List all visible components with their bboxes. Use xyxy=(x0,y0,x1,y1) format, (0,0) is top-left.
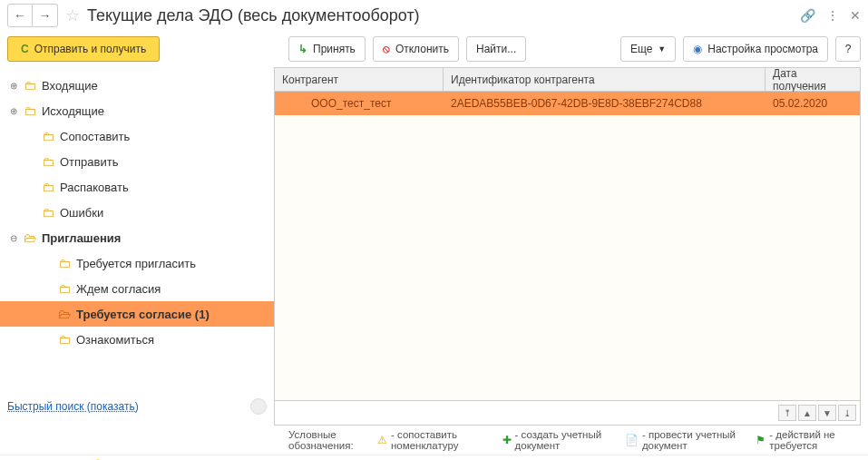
view-settings-label: Настройка просмотра xyxy=(707,43,818,55)
document-icon: 📄 xyxy=(625,434,639,446)
flag-icon: ⚑ xyxy=(756,434,766,446)
expand-icon[interactable]: ⊕ xyxy=(7,106,20,116)
folder-icon: 🗀 xyxy=(24,78,36,93)
refresh-icon: С xyxy=(21,43,29,55)
tree-item-outbox[interactable]: ⊕ 🗀 Исходящие xyxy=(0,98,274,123)
tree-item-unpack[interactable]: · 🗀 Распаковать xyxy=(0,174,274,200)
folder-icon: 🗀 xyxy=(24,103,36,118)
close-icon[interactable]: ✕ xyxy=(850,8,861,23)
tree-item-send[interactable]: · 🗀 Отправить xyxy=(0,149,274,174)
more-label: Еще xyxy=(630,43,652,55)
link-icon[interactable]: 🔗 xyxy=(800,8,815,23)
grid-up-button[interactable]: ▲ xyxy=(798,405,816,421)
grid-header: Контрагент Идентификатор контрагента Дат… xyxy=(275,68,860,92)
legend-doc: - провести учетный документ xyxy=(642,429,739,451)
column-identifier[interactable]: Идентификатор контрагента xyxy=(444,68,766,91)
settings-icon: ◉ xyxy=(693,43,702,55)
folder-open-icon: 🗁 xyxy=(24,230,36,245)
grid-down-button[interactable]: ▼ xyxy=(818,405,836,421)
folder-icon: 🗀 xyxy=(42,180,54,194)
collapse-icon[interactable]: ⊖ xyxy=(7,233,20,243)
grid: Контрагент Идентификатор контрагента Дат… xyxy=(274,67,861,426)
tree-item-need-consent[interactable]: · 🗁 Требуется согласие (1) xyxy=(0,301,274,327)
warning-icon: ⚠ xyxy=(377,434,387,446)
tree-item-compare[interactable]: · 🗀 Сопоставить xyxy=(0,123,274,149)
expand-icon[interactable]: ⊕ xyxy=(7,81,20,91)
reject-icon: ⦸ xyxy=(383,43,390,55)
folder-icon: 🗀 xyxy=(42,154,54,169)
cell-counterparty: ООО_тест_тест xyxy=(275,92,444,115)
chevron-down-icon: ▼ xyxy=(658,44,666,54)
tree-item-need-invite[interactable]: · 🗀 Требуется пригласить xyxy=(0,250,274,276)
grid-row[interactable]: ООО_тест_тест 2AEDAB55BEB-0D67-42DB-9E8D… xyxy=(275,92,860,115)
cell-date: 05.02.2020 xyxy=(766,92,860,115)
favorite-star-icon[interactable]: ☆ xyxy=(65,5,80,25)
sidebar: ⊕ 🗀 Входящие ⊕ 🗀 Исходящие · 🗀 Сопостави… xyxy=(0,67,274,426)
folder-icon: 🗀 xyxy=(42,205,54,220)
cell-identifier: 2AEDAB55BEB-0D67-42DB-9E8D-38EBF274CD88 xyxy=(444,92,766,115)
column-counterparty[interactable]: Контрагент xyxy=(275,68,444,91)
folder-icon: 🗀 xyxy=(42,129,54,143)
accept-button[interactable]: ↳ Принять xyxy=(288,36,366,62)
help-button[interactable]: ? xyxy=(835,36,861,62)
folder-open-icon: 🗁 xyxy=(58,307,71,321)
grid-last-button[interactable]: ⤓ xyxy=(838,405,856,421)
find-button[interactable]: Найти... xyxy=(466,36,526,62)
nav-back-button[interactable]: ← xyxy=(7,4,33,27)
tree-item-invitations[interactable]: ⊖ 🗁 Приглашения xyxy=(0,225,274,250)
nav-forward-button[interactable]: → xyxy=(33,4,58,27)
column-date[interactable]: Дата получения xyxy=(766,68,860,91)
folder-icon: 🗀 xyxy=(58,281,71,296)
legend-warn: - сопоставить номенклатуру xyxy=(391,429,486,451)
tree-item-review[interactable]: · 🗀 Ознакомиться xyxy=(0,327,274,352)
grid-first-button[interactable]: ⤒ xyxy=(778,405,796,421)
send-receive-label: Отправить и получить xyxy=(34,43,147,55)
more-button[interactable]: Еще ▼ xyxy=(620,36,676,62)
tree-item-wait-consent[interactable]: · 🗀 Ждем согласия xyxy=(0,276,274,301)
folder-icon: 🗀 xyxy=(58,256,71,270)
tree-item-inbox[interactable]: ⊕ 🗀 Входящие xyxy=(0,73,274,98)
reject-button[interactable]: ⦸ Отклонить xyxy=(373,36,459,62)
find-label: Найти... xyxy=(476,43,516,55)
reject-label: Отклонить xyxy=(395,43,449,55)
view-settings-button[interactable]: ◉ Настройка просмотра xyxy=(683,36,828,62)
legend-flag: - действий не требуется xyxy=(769,429,850,451)
quick-search-link[interactable]: Быстрый поиск (показать) xyxy=(7,400,139,413)
more-menu-icon[interactable]: ⋮ xyxy=(826,8,839,23)
page-title: Текущие дела ЭДО (весь документооборот) xyxy=(87,6,420,25)
grid-nav: ⤒ ▲ ▼ ⤓ xyxy=(275,400,860,425)
help-label: ? xyxy=(845,43,852,55)
folder-icon: 🗀 xyxy=(58,332,71,347)
legend-plus: - создать учетный документ xyxy=(515,429,609,451)
accept-label: Принять xyxy=(313,43,356,55)
tree-item-errors[interactable]: · 🗀 Ошибки xyxy=(0,200,274,225)
legend-bar: Условные обозначения: ⚠ - сопоставить но… xyxy=(281,426,868,455)
send-receive-button[interactable]: С Отправить и получить xyxy=(7,36,160,62)
accept-icon: ↳ xyxy=(298,43,307,55)
legend-label: Условные обозначения: xyxy=(288,429,372,451)
plus-icon: ✚ xyxy=(502,434,512,446)
loading-icon xyxy=(250,398,267,415)
